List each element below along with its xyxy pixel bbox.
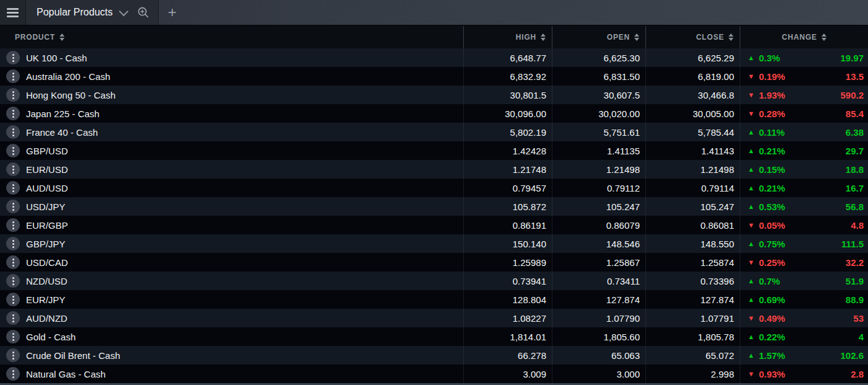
table-row[interactable]: Hong Kong 50 - Cash 30,801.5 30,607.5 30… xyxy=(0,86,868,104)
table-row[interactable]: Australia 200 - Cash 6,832.92 6,831.50 6… xyxy=(0,67,868,86)
high-value: 105.872 xyxy=(463,197,552,216)
product-cell: UK 100 - Cash xyxy=(0,48,463,67)
table-row[interactable]: USD/JPY 105.872 105.247 105.247 ▲ 0.53% … xyxy=(0,197,868,216)
menu-button[interactable] xyxy=(0,0,26,25)
table-row[interactable]: UK 100 - Cash 6,648.77 6,625.30 6,625.29… xyxy=(0,48,868,67)
change-percent: 0.22% xyxy=(759,332,786,342)
product-cell: Crude Oil Brent - Cash xyxy=(0,346,463,365)
product-cell: NZD/USD xyxy=(0,272,463,290)
watchlist-window: Popular Products + PRODUCT HIGH OPEN CLO… xyxy=(0,0,868,385)
column-header-open[interactable]: OPEN xyxy=(552,26,645,48)
close-value: 1,805.78 xyxy=(645,327,740,346)
close-value: 2.998 xyxy=(645,365,740,383)
row-menu-button[interactable] xyxy=(6,200,20,213)
zoom-in-icon[interactable] xyxy=(137,6,149,19)
product-cell: GBP/JPY xyxy=(0,234,463,253)
table-row[interactable]: GBP/USD 1.42428 1.41135 1.41143 ▲ 0.21% … xyxy=(0,141,868,160)
high-value: 1,814.01 xyxy=(463,327,552,346)
row-menu-button[interactable] xyxy=(6,218,20,232)
change-percent: 0.28% xyxy=(759,108,786,119)
change-cell: ▲ 1.57% 102.6 xyxy=(740,346,868,365)
open-value: 30,607.5 xyxy=(552,86,645,104)
change-points: 85.4 xyxy=(846,108,864,119)
row-menu-button[interactable] xyxy=(6,348,20,362)
row-menu-button[interactable] xyxy=(6,181,20,195)
table-row[interactable]: USD/CAD 1.25989 1.25867 1.25874 ▼ 0.25% … xyxy=(0,253,868,272)
open-value: 1.41135 xyxy=(552,141,645,160)
product-cell: USD/CAD xyxy=(0,253,463,272)
row-menu-button[interactable] xyxy=(6,237,20,250)
product-cell: GBP/USD xyxy=(0,141,463,160)
row-menu-button[interactable] xyxy=(6,311,20,325)
top-bar: Popular Products + xyxy=(0,0,868,26)
row-menu-button[interactable] xyxy=(6,125,20,139)
row-menu-button[interactable] xyxy=(6,162,20,176)
table-row[interactable]: AUD/USD 0.79457 0.79112 0.79114 ▲ 0.21% … xyxy=(0,179,868,197)
row-menu-button[interactable] xyxy=(6,330,20,343)
product-name: AUD/NZD xyxy=(26,313,68,324)
close-value: 1.07791 xyxy=(645,309,740,327)
column-label: PRODUCT xyxy=(15,33,55,42)
add-tab-button[interactable]: + xyxy=(159,0,186,25)
row-menu-button[interactable] xyxy=(6,293,20,306)
product-name: France 40 - Cash xyxy=(26,127,98,138)
table-row[interactable]: EUR/JPY 128.804 127.874 127.874 ▲ 0.69% … xyxy=(0,290,868,309)
tab-popular-products[interactable]: Popular Products xyxy=(26,0,159,25)
table-row[interactable]: Japan 225 - Cash 30,096.00 30,020.00 30,… xyxy=(0,104,868,123)
column-label: HIGH xyxy=(516,33,536,42)
product-name: Natural Gas - Cash xyxy=(26,369,105,379)
column-header-high[interactable]: HIGH xyxy=(463,26,552,48)
change-points: 2.8 xyxy=(851,369,864,379)
close-value: 127.874 xyxy=(645,290,740,309)
row-menu-button[interactable] xyxy=(6,274,20,288)
high-value: 3.009 xyxy=(463,365,552,383)
chevron-down-icon[interactable] xyxy=(118,6,128,16)
table-row[interactable]: NZD/USD 0.73941 0.73411 0.73396 ▲ 0.7% 5… xyxy=(0,272,868,290)
high-value: 0.73941 xyxy=(463,272,552,290)
row-menu-button[interactable] xyxy=(6,88,20,102)
close-value: 1.21498 xyxy=(645,160,740,179)
hamburger-icon xyxy=(7,8,19,10)
change-percent-group: ▲ 0.7% xyxy=(748,276,780,286)
change-percent-group: ▼ 0.28% xyxy=(748,108,785,119)
change-points: 111.5 xyxy=(841,239,864,249)
close-value: 1.41143 xyxy=(645,141,740,160)
table-row[interactable]: Crude Oil Brent - Cash 66.278 65.063 65.… xyxy=(0,346,868,365)
row-menu-button[interactable] xyxy=(6,51,20,64)
change-percent: 0.19% xyxy=(759,71,786,82)
column-header-product[interactable]: PRODUCT xyxy=(0,26,463,48)
product-cell: AUD/NZD xyxy=(0,309,463,327)
row-menu-button[interactable] xyxy=(6,107,20,120)
close-value: 0.73396 xyxy=(645,272,740,290)
change-percent-group: ▲ 0.22% xyxy=(748,332,785,342)
open-value: 0.73411 xyxy=(552,272,645,290)
change-cell: ▲ 0.22% 4 xyxy=(740,327,868,346)
table-row[interactable]: AUD/NZD 1.08227 1.07790 1.07791 ▼ 0.49% … xyxy=(0,309,868,327)
row-menu-button[interactable] xyxy=(6,367,20,381)
sort-icon xyxy=(822,33,826,41)
change-cell: ▲ 0.21% 16.7 xyxy=(740,179,868,197)
close-value: 0.79114 xyxy=(645,179,740,197)
row-menu-button[interactable] xyxy=(6,69,20,83)
table-row[interactable]: Natural Gas - Cash 3.009 3.000 2.998 ▼ 0… xyxy=(0,365,868,383)
row-menu-button[interactable] xyxy=(6,255,20,269)
product-name: Hong Kong 50 - Cash xyxy=(26,90,115,100)
table-row[interactable]: France 40 - Cash 5,802.19 5,751.61 5,785… xyxy=(0,123,868,141)
change-percent: 0.7% xyxy=(759,276,780,286)
high-value: 150.140 xyxy=(463,234,552,253)
product-cell: EUR/JPY xyxy=(0,290,463,309)
high-value: 30,096.00 xyxy=(463,104,552,123)
column-header-change[interactable]: CHANGE xyxy=(740,26,868,48)
table-row[interactable]: GBP/JPY 150.140 148.546 148.550 ▲ 0.75% … xyxy=(0,234,868,253)
open-value: 6,625.30 xyxy=(552,48,645,67)
table-row[interactable]: Gold - Cash 1,814.01 1,805.60 1,805.78 ▲… xyxy=(0,327,868,346)
high-value: 1.08227 xyxy=(463,309,552,327)
table-row[interactable]: EUR/GBP 0.86191 0.86079 0.86081 ▼ 0.05% … xyxy=(0,216,868,234)
change-percent-group: ▲ 1.57% xyxy=(748,350,785,361)
change-percent-group: ▲ 0.53% xyxy=(748,201,785,212)
change-percent-group: ▼ 0.05% xyxy=(748,220,785,231)
column-header-close[interactable]: CLOSE xyxy=(645,26,740,48)
high-value: 0.86191 xyxy=(463,216,552,234)
table-row[interactable]: EUR/USD 1.21748 1.21498 1.21498 ▲ 0.15% … xyxy=(0,160,868,179)
row-menu-button[interactable] xyxy=(6,144,20,157)
